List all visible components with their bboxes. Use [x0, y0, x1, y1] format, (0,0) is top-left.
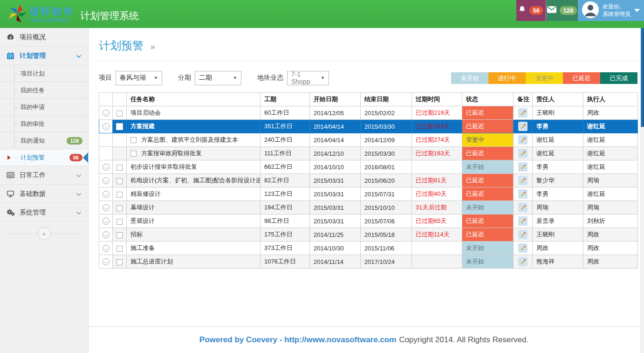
- edit-note-button[interactable]: [518, 203, 528, 212]
- sidebar-subitem-6[interactable]: 我的通知128: [0, 132, 88, 149]
- expand-cell: →: [99, 174, 113, 187]
- edit-note-button[interactable]: [518, 257, 528, 266]
- executor-cell: 谢红延: [583, 147, 638, 160]
- end-date-cell: 2015/10/10: [361, 201, 412, 215]
- user-menu[interactable]: 欢迎你, 系统管理员: [578, 0, 644, 21]
- overdue-cell: 已过期40天: [412, 187, 462, 201]
- expand-row-icon[interactable]: →: [103, 231, 110, 238]
- owner-cell: 周政: [533, 242, 583, 255]
- footer-link[interactable]: Powered by Coevery - http://www.novasoft…: [199, 335, 397, 345]
- edit-note-button[interactable]: [518, 149, 528, 158]
- select-arrow-icon: ▼: [233, 76, 237, 80]
- expand-row-icon[interactable]: →: [103, 204, 110, 211]
- executor-cell: 周政: [583, 106, 638, 120]
- expand-row-icon[interactable]: →: [103, 218, 110, 225]
- sidebar-submenu: 项目计划我的任务我的申请我的审批我的通知128计划预警56: [0, 65, 88, 166]
- sidebar-collapse-button[interactable]: «: [38, 227, 51, 240]
- edit-note-button[interactable]: [518, 162, 528, 172]
- task-name: 精装修设计: [130, 190, 161, 197]
- sidebar-subitem-2[interactable]: 项目计划: [0, 65, 88, 82]
- sidebar-subitem-4[interactable]: 我的申请: [0, 99, 88, 116]
- row-checkbox[interactable]: [116, 232, 123, 238]
- legend-status-2[interactable]: 变更中: [526, 72, 563, 84]
- row-checkbox[interactable]: [116, 178, 123, 184]
- sidebar-subitem-3[interactable]: 我的任务: [0, 82, 88, 99]
- table-row[interactable]: →施工准备373工作日2014/10/302015/11/06未开始周政周政: [99, 242, 638, 255]
- legend-status-3[interactable]: 已延迟: [563, 72, 600, 84]
- row-checkbox[interactable]: [116, 111, 123, 117]
- task-name: 施工总进度计划: [130, 258, 173, 265]
- edit-note-button[interactable]: [518, 216, 528, 226]
- owner-cell: 王晓刚: [533, 228, 583, 242]
- edit-note-button[interactable]: [518, 122, 528, 131]
- table-row[interactable]: 方案总图、建筑平立剖面及报建文本240工作日2014/04/142014/12/…: [99, 133, 638, 147]
- expand-row-icon[interactable]: →: [103, 164, 110, 171]
- sidebar-subitem-5[interactable]: 我的审批: [0, 116, 88, 132]
- row-checkbox[interactable]: [116, 205, 123, 211]
- sidebar-item-0[interactable]: 项目概况: [0, 28, 88, 47]
- end-date-cell: 2015/03/30: [361, 147, 412, 160]
- table-row[interactable]: 方案报审政府取得批复111工作日2014/12/102015/03/30已过期1…: [99, 147, 638, 160]
- edit-note-button[interactable]: [518, 135, 528, 145]
- expand-row-icon[interactable]: →: [103, 258, 110, 265]
- col-header-0: [99, 93, 113, 106]
- row-checkbox[interactable]: [130, 151, 137, 157]
- row-checkbox[interactable]: [116, 259, 123, 265]
- messages-button[interactable]: 128: [546, 0, 578, 21]
- status-legend: 未开始进行中变更中已延迟已完成: [451, 72, 637, 84]
- sidebar-item-8[interactable]: 日常工作: [0, 166, 88, 185]
- expand-row-icon[interactable]: →: [103, 177, 110, 184]
- notifications-button[interactable]: 56: [516, 0, 546, 21]
- note-cell: [514, 187, 533, 201]
- sidebar-item-9[interactable]: 基础数据: [0, 185, 88, 203]
- overdue-cell: 已过期163天: [412, 147, 462, 160]
- table-row[interactable]: →招标175工作日2014/11/252015/05/18已过期114天已延迟王…: [99, 228, 638, 242]
- filter-select-2[interactable]: 7-1 Shopp▼: [287, 71, 329, 85]
- filter-1: 分期二期▼: [178, 71, 241, 85]
- row-checkbox[interactable]: [116, 165, 123, 171]
- scrollbar-thumb[interactable]: [641, 28, 644, 127]
- expand-row-icon[interactable]: →: [103, 191, 110, 198]
- row-checkbox[interactable]: [130, 137, 137, 143]
- expand-row-icon[interactable]: →: [103, 245, 110, 252]
- legend-status-0[interactable]: 未开始: [451, 72, 488, 84]
- table-row[interactable]: →幕墙设计194工作日2015/03/312015/10/1031天后过期未开始…: [99, 201, 638, 215]
- note-cell: [514, 120, 533, 133]
- edit-note-button[interactable]: [518, 108, 528, 118]
- legend-status-4[interactable]: 已完成: [600, 72, 637, 84]
- sidebar-item-10[interactable]: 系统管理: [0, 203, 88, 222]
- table-row[interactable]: →项目启动会60工作日2014/12/052015/02/02已过期219天已延…: [99, 106, 638, 120]
- filter-toolbar: 项目春风与湖▼分期二期▼地块业态7-1 Shopp▼未开始进行中变更中已延迟已完…: [99, 70, 637, 85]
- table-row[interactable]: →施工总进度计划1076工作日2014/11/142017/10/24未开始熊海…: [99, 255, 638, 269]
- row-checkbox[interactable]: [116, 246, 123, 252]
- start-date-cell: 2015/03/31: [310, 201, 361, 215]
- edit-note-button[interactable]: [518, 176, 528, 185]
- note-cell: [514, 174, 533, 187]
- expand-cell: →: [99, 187, 113, 201]
- avatar: [582, 1, 599, 20]
- edit-note-button[interactable]: [518, 230, 528, 239]
- table-row[interactable]: →机电设计(方案、扩初、施工图)配合各阶段设计进度82工作日2015/03/31…: [99, 174, 638, 187]
- monitor-icon: [7, 190, 20, 198]
- edit-note-button[interactable]: [518, 189, 528, 199]
- filter-select-1[interactable]: 二期▼: [195, 71, 241, 85]
- table-row[interactable]: →精装修设计123工作日2015/03/312015/07/31已过期40天已延…: [99, 187, 638, 201]
- messages-count-badge: 128: [560, 6, 577, 15]
- legend-status-1[interactable]: 进行中: [488, 72, 526, 84]
- table-row[interactable]: →初步设计报审并取得批复662工作日2014/10/102016/08/01未开…: [99, 160, 638, 174]
- row-checkbox[interactable]: [116, 219, 123, 225]
- sidebar-item-1[interactable]: 计划管理: [0, 47, 88, 65]
- row-checkbox[interactable]: [116, 192, 123, 198]
- expand-row-icon[interactable]: →: [103, 110, 110, 117]
- status-cell: 已延迟: [462, 228, 514, 242]
- collapse-row-icon[interactable]: ↓: [103, 123, 110, 130]
- sidebar-subitem-7[interactable]: 计划预警56: [0, 149, 88, 166]
- page-title: 计划预警: [99, 39, 144, 52]
- edit-note-button[interactable]: [518, 243, 528, 253]
- row-checkbox[interactable]: [116, 123, 123, 130]
- filter-select-0[interactable]: 春风与湖▼: [116, 71, 162, 85]
- executor-cell: 周瑜: [583, 174, 638, 187]
- table-row[interactable]: →景观设计98工作日2015/03/312015/07/06已过期65天已延迟裴…: [99, 215, 638, 228]
- table-row[interactable]: ↓方案报建351工作日2014/04/142015/03/30已过期163天已延…: [99, 120, 638, 133]
- start-date-cell: 2014/11/14: [310, 255, 361, 269]
